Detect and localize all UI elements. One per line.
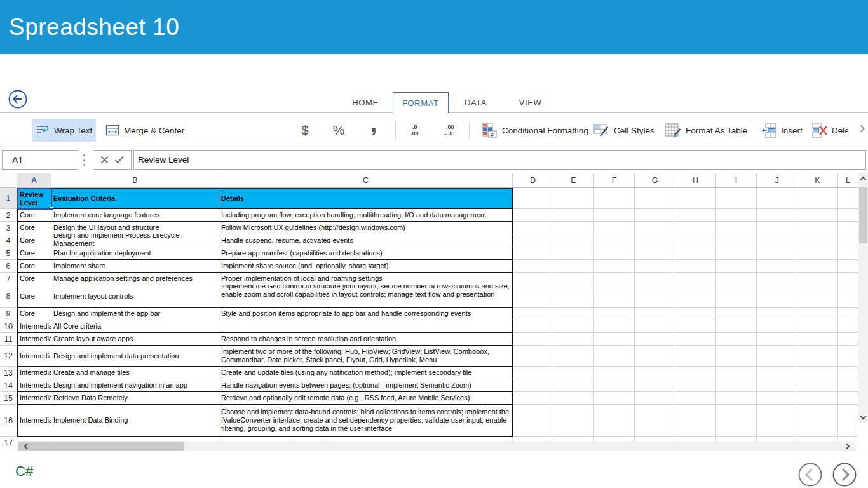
row-header-3[interactable]: 3 bbox=[0, 222, 17, 234]
cell-D14[interactable] bbox=[513, 379, 553, 392]
cell-I11[interactable] bbox=[716, 333, 757, 346]
cell-G13[interactable] bbox=[635, 367, 675, 379]
cell-J6[interactable] bbox=[757, 260, 797, 273]
cell-L2[interactable] bbox=[838, 209, 858, 222]
cell-E6[interactable] bbox=[553, 260, 594, 273]
cell-B2[interactable]: Implement core language features bbox=[51, 209, 219, 222]
cell-K10[interactable] bbox=[797, 320, 838, 333]
cell-A8[interactable]: Core bbox=[17, 285, 51, 308]
cell-H13[interactable] bbox=[675, 367, 716, 379]
cell-I15[interactable] bbox=[716, 392, 757, 405]
cell-H16[interactable] bbox=[675, 405, 716, 437]
cell-K16[interactable] bbox=[797, 405, 838, 437]
cell-E7[interactable] bbox=[553, 273, 594, 285]
cell-D16[interactable] bbox=[513, 405, 553, 437]
cell-L4[interactable] bbox=[838, 234, 858, 247]
cell-H6[interactable] bbox=[675, 260, 716, 273]
cell-B15[interactable]: Retrieve Data Remotely bbox=[51, 392, 219, 405]
cell-L11[interactable] bbox=[838, 333, 858, 346]
cell-G3[interactable] bbox=[635, 222, 675, 234]
format-as-table-button[interactable]: Format As Table bbox=[661, 119, 751, 142]
cell-J1[interactable] bbox=[757, 188, 797, 209]
cell-E5[interactable] bbox=[553, 247, 594, 260]
cell-G14[interactable] bbox=[635, 379, 675, 392]
cell-D8[interactable] bbox=[513, 285, 553, 308]
cell-H14[interactable] bbox=[675, 379, 716, 392]
scroll-right-icon[interactable] bbox=[844, 444, 850, 450]
cell-J15[interactable] bbox=[757, 392, 797, 405]
cell-K14[interactable] bbox=[797, 379, 838, 392]
increase-decimal-button[interactable]: ←.0 .00 bbox=[407, 120, 419, 140]
cell-C6[interactable]: Implement share source (and, optionally,… bbox=[219, 260, 513, 273]
cell-J8[interactable] bbox=[757, 285, 797, 308]
cell-F1[interactable] bbox=[594, 188, 635, 209]
sheet-tab-label[interactable]: C# bbox=[15, 463, 33, 480]
cell-E10[interactable] bbox=[553, 320, 594, 333]
formula-input[interactable]: Review Level bbox=[133, 150, 866, 170]
column-header-H[interactable]: H bbox=[675, 173, 716, 188]
cell-F8[interactable] bbox=[594, 285, 635, 308]
cell-G16[interactable] bbox=[635, 405, 675, 437]
column-header-L[interactable]: L bbox=[838, 173, 858, 188]
cell-C3[interactable]: Follow Microsoft UX guidelines (http://d… bbox=[219, 222, 513, 234]
conditional-formatting-button[interactable]: ≠ Conditional Formatting bbox=[478, 119, 592, 142]
cell-I4[interactable] bbox=[716, 234, 757, 247]
vertical-scrollbar-thumb[interactable] bbox=[859, 187, 867, 243]
cell-B6[interactable]: Implement share bbox=[51, 260, 219, 273]
row-header-15[interactable]: 15 bbox=[0, 392, 17, 405]
cell-E16[interactable] bbox=[553, 405, 594, 437]
column-header-F[interactable]: F bbox=[594, 173, 635, 188]
cell-G7[interactable] bbox=[635, 273, 675, 285]
cell-C7[interactable]: Proper implementation of local and roami… bbox=[219, 273, 513, 285]
cell-B14[interactable]: Design and implement navigation in an ap… bbox=[51, 379, 219, 392]
cell-I14[interactable] bbox=[716, 379, 757, 392]
row-header-4[interactable]: 4 bbox=[0, 234, 17, 247]
cell-L5[interactable] bbox=[838, 247, 858, 260]
cell-B10[interactable]: All Core criteria bbox=[51, 320, 219, 333]
cell-I9[interactable] bbox=[716, 308, 757, 320]
cell-B9[interactable]: Design and implement the app bar bbox=[51, 308, 219, 320]
cell-K1[interactable] bbox=[797, 188, 838, 209]
cell-I2[interactable] bbox=[716, 209, 757, 222]
cell-L3[interactable] bbox=[838, 222, 858, 234]
cell-E13[interactable] bbox=[553, 367, 594, 379]
row-header-14[interactable]: 14 bbox=[0, 379, 17, 392]
back-button[interactable] bbox=[8, 89, 28, 109]
cell-D13[interactable] bbox=[513, 367, 553, 379]
column-header-A[interactable]: A bbox=[17, 173, 51, 188]
cell-F15[interactable] bbox=[594, 392, 635, 405]
cell-L16[interactable] bbox=[838, 405, 858, 437]
cell-H12[interactable] bbox=[675, 346, 716, 367]
row-header-11[interactable]: 11 bbox=[0, 333, 17, 346]
cell-J9[interactable] bbox=[757, 308, 797, 320]
cell-B12[interactable]: Design and implement data presentation bbox=[51, 346, 219, 367]
cell-H5[interactable] bbox=[675, 247, 716, 260]
currency-format-button[interactable]: $ bbox=[296, 119, 314, 142]
scroll-up-icon[interactable] bbox=[860, 177, 867, 183]
cell-D11[interactable] bbox=[513, 333, 553, 346]
cell-B11[interactable]: Create layout aware apps bbox=[51, 333, 219, 346]
cell-I10[interactable] bbox=[716, 320, 757, 333]
cell-J10[interactable] bbox=[757, 320, 797, 333]
cell-A16[interactable]: Intermediate bbox=[17, 405, 51, 437]
percent-format-button[interactable]: % bbox=[329, 119, 348, 142]
column-header-K[interactable]: K bbox=[797, 173, 838, 188]
cell-J2[interactable] bbox=[757, 209, 797, 222]
cell-C11[interactable]: Respond to changes in screen resolution … bbox=[219, 333, 513, 346]
cell-F7[interactable] bbox=[594, 273, 635, 285]
row-header-2[interactable]: 2 bbox=[0, 209, 17, 222]
cell-F6[interactable] bbox=[594, 260, 635, 273]
cell-A6[interactable]: Core bbox=[17, 260, 51, 273]
cell-D2[interactable] bbox=[513, 209, 553, 222]
row-header-13[interactable]: 13 bbox=[0, 367, 17, 379]
cell-G6[interactable] bbox=[635, 260, 675, 273]
column-header-E[interactable]: E bbox=[553, 173, 594, 188]
cell-styles-button[interactable]: Cell Styles bbox=[590, 119, 658, 142]
cell-D15[interactable] bbox=[513, 392, 553, 405]
tab-format[interactable]: FORMAT bbox=[393, 92, 449, 113]
cell-H15[interactable] bbox=[675, 392, 716, 405]
cell-C16[interactable]: Choose and implement data-bound controls… bbox=[219, 405, 513, 437]
cell-I6[interactable] bbox=[716, 260, 757, 273]
cell-G15[interactable] bbox=[635, 392, 675, 405]
cell-K3[interactable] bbox=[797, 222, 838, 234]
